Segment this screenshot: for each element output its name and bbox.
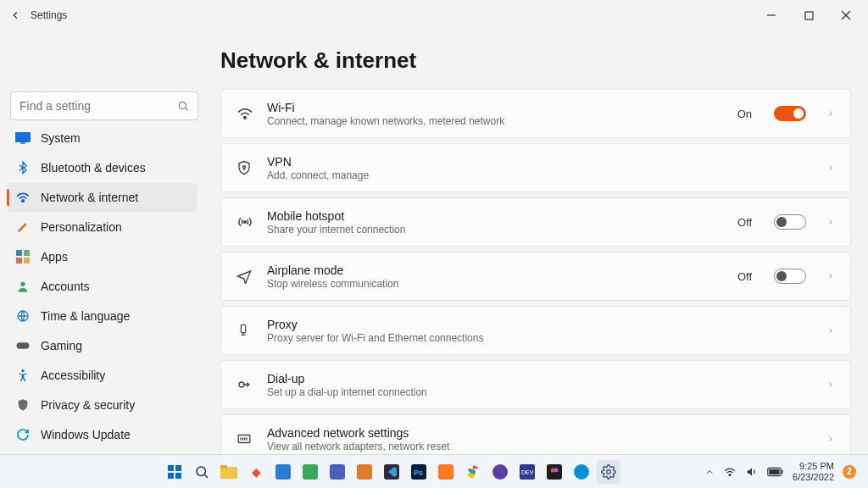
minimize-button[interactable] (753, 2, 790, 29)
chevron-right-icon (826, 162, 835, 174)
file-explorer-icon[interactable] (217, 460, 241, 484)
svg-rect-15 (17, 342, 30, 349)
devcpp-icon[interactable]: DEV (515, 460, 539, 484)
wifi-icon (236, 107, 252, 120)
chevron-right-icon (826, 379, 835, 391)
airplane-icon (236, 269, 252, 284)
sidebar-item-label: Windows Update (41, 428, 131, 441)
xampp-icon[interactable] (434, 460, 458, 484)
search-field[interactable] (19, 99, 177, 113)
svg-point-47 (492, 464, 508, 480)
svg-rect-38 (303, 464, 318, 480)
search-icon (177, 100, 189, 112)
app-icon-4[interactable] (353, 460, 376, 484)
sidebar-item-time-language[interactable]: Time & language (7, 302, 197, 330)
app-icon-3[interactable] (326, 460, 349, 484)
card-advanced-network[interactable]: Advanced network settings View all netwo… (220, 414, 851, 454)
sidebar-item-gaming[interactable]: Gaming (7, 331, 197, 360)
card-wifi[interactable]: Wi-Fi Connect, manage known networks, me… (220, 89, 851, 138)
card-dialup[interactable]: Dial-up Set up a dial-up internet connec… (220, 360, 851, 409)
ethernet-icon (236, 432, 252, 446)
svg-line-5 (186, 108, 188, 111)
tray-volume-icon[interactable] (745, 466, 759, 478)
dialup-icon (236, 378, 252, 391)
tray-chevron-icon[interactable] (704, 467, 715, 477)
app-icon-5[interactable] (488, 460, 512, 484)
sidebar-item-privacy-security[interactable]: Privacy & security (7, 391, 197, 419)
svg-point-54 (607, 469, 611, 474)
svg-point-52 (554, 468, 559, 472)
svg-rect-11 (16, 258, 22, 263)
vpn-shield-icon (236, 160, 252, 175)
svg-rect-29 (168, 465, 174, 471)
sidebar-item-label: Privacy & security (41, 398, 135, 412)
svg-rect-40 (357, 464, 372, 480)
brave-icon[interactable]: ◆ (244, 460, 268, 484)
hotspot-icon (236, 215, 252, 229)
sidebar-item-label: System (41, 131, 81, 145)
settings-icon[interactable] (597, 460, 620, 484)
svg-point-55 (729, 474, 731, 475)
svg-rect-36 (220, 465, 227, 469)
svg-rect-58 (782, 469, 783, 474)
main-content: Network & internet Wi-Fi Connect, manage… (203, 30, 868, 454)
sidebar-item-bluetooth[interactable]: Bluetooth & devices (7, 153, 197, 182)
svg-point-19 (244, 221, 246, 223)
shield-icon (15, 397, 31, 413)
sidebar-item-accessibility[interactable]: Accessibility (7, 361, 197, 390)
paintbrush-icon (15, 219, 31, 235)
notification-badge[interactable]: 2 (843, 465, 856, 479)
svg-rect-50 (547, 464, 562, 480)
svg-rect-9 (16, 250, 22, 256)
svg-rect-32 (175, 473, 181, 479)
sidebar-item-apps[interactable]: Apps (7, 242, 197, 271)
close-button[interactable] (827, 2, 865, 29)
maximize-button[interactable] (790, 2, 827, 29)
svg-line-34 (204, 474, 207, 477)
sidebar-item-personalization[interactable]: Personalization (7, 213, 197, 241)
card-title: Proxy (267, 318, 811, 331)
svg-rect-7 (20, 142, 25, 144)
tray-battery-icon[interactable] (767, 467, 784, 477)
chrome-icon[interactable] (461, 460, 485, 484)
hotspot-toggle[interactable] (774, 214, 806, 230)
search-input[interactable] (10, 92, 198, 120)
tray-wifi-icon[interactable] (723, 467, 737, 477)
svg-rect-35 (220, 467, 237, 479)
vscode-icon[interactable] (380, 460, 403, 484)
tray-clock[interactable]: 9:25 PM 6/23/2022 (793, 461, 834, 481)
start-button[interactable] (163, 460, 186, 484)
photoshop-icon[interactable]: Ps (407, 460, 431, 484)
svg-rect-57 (769, 469, 779, 474)
card-subtitle: Proxy server for Wi-Fi and Ethernet conn… (267, 332, 811, 344)
sidebar-item-label: Time & language (41, 309, 130, 323)
card-airplane[interactable]: Airplane mode Stop wireless communicatio… (220, 252, 851, 301)
sidebar-item-label: Apps (41, 250, 68, 263)
tray-time: 9:25 PM (793, 461, 834, 471)
card-subtitle: Set up a dial-up internet connection (267, 386, 811, 398)
accounts-icon (15, 279, 31, 294)
svg-rect-31 (168, 473, 174, 479)
app-icon-6[interactable] (570, 460, 593, 484)
sidebar-item-system[interactable]: System (7, 124, 197, 152)
svg-point-33 (197, 467, 206, 476)
taskbar-search-icon[interactable] (190, 460, 214, 484)
wifi-toggle[interactable] (774, 106, 806, 121)
card-subtitle: View all network adapters, network reset (267, 441, 811, 452)
globe-icon (15, 308, 31, 324)
sidebar-item-windows-update[interactable]: Windows Update (7, 420, 197, 449)
card-proxy[interactable]: Proxy Proxy server for Wi-Fi and Etherne… (220, 306, 851, 355)
app-icon-2[interactable] (298, 460, 322, 484)
app-icon-1[interactable] (271, 460, 295, 484)
card-hotspot[interactable]: Mobile hotspot Share your internet conne… (220, 197, 851, 247)
card-title: VPN (267, 155, 811, 169)
system-tray[interactable]: 9:25 PM 6/23/2022 2 (704, 461, 861, 481)
sidebar-item-network[interactable]: Network & internet (7, 183, 197, 212)
page-title: Network & internet (220, 47, 851, 74)
sidebar-item-accounts[interactable]: Accounts (7, 272, 197, 301)
card-vpn[interactable]: VPN Add, connect, manage (220, 143, 851, 192)
figma-icon[interactable] (542, 460, 566, 484)
airplane-toggle[interactable] (774, 269, 806, 284)
sidebar-item-label: Accessibility (41, 369, 105, 382)
back-button[interactable] (3, 3, 27, 27)
